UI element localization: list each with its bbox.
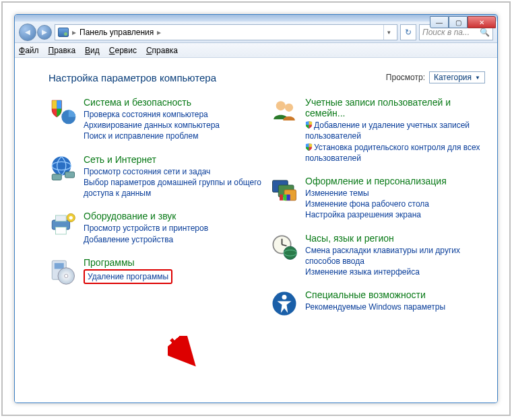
category-programs: Программы Удаление программы — [49, 257, 263, 285]
category-hardware-sound: Оборудование и звук Просмотр устройств и… — [49, 211, 263, 244]
category-user-accounts: Учетные записи пользователей и семейн...… — [270, 97, 485, 164]
category-link[interactable]: Просмотр устройств и принтеров — [84, 223, 208, 234]
svg-rect-19 — [280, 195, 283, 201]
uac-shield-icon — [305, 143, 313, 151]
category-title[interactable]: Часы, язык и регион — [305, 233, 485, 244]
category-link[interactable]: Рекомендуемые Windows параметры — [305, 302, 445, 312]
nav-back-button[interactable]: ◄ — [19, 24, 36, 41]
address-bar[interactable]: ▸ Панель управления ▸ ▾ — [55, 24, 397, 40]
svg-rect-4 — [52, 174, 61, 180]
category-link[interactable]: Настройка разрешения экрана — [305, 209, 447, 220]
refresh-button[interactable]: ↻ — [400, 24, 416, 40]
minimize-button[interactable]: — — [430, 16, 449, 28]
category-link[interactable]: Добавление и удаление учетных записей по… — [305, 120, 485, 141]
svg-rect-11 — [55, 263, 64, 269]
view-by-dropdown[interactable]: Категория ▼ — [429, 71, 485, 83]
right-column: Учетные записи пользователей и семейн...… — [270, 97, 485, 318]
view-by-value: Категория — [434, 73, 472, 82]
titlebar — [15, 15, 497, 22]
category-title[interactable]: Программы — [84, 257, 172, 268]
globe-network-icon — [49, 154, 77, 182]
chevron-down-icon: ▼ — [475, 75, 480, 81]
category-title[interactable]: Сеть и Интернет — [84, 154, 263, 165]
category-link[interactable]: Изменение языка интерфейса — [305, 267, 485, 277]
category-link[interactable]: Установка родительского контроля для все… — [305, 142, 485, 164]
category-title[interactable]: Оборудование и звук — [84, 211, 208, 221]
shield-pie-icon — [49, 97, 77, 125]
category-link[interactable]: Поиск и исправление проблем — [84, 131, 220, 141]
annotation-arrow — [168, 336, 201, 370]
users-icon — [270, 97, 298, 125]
address-bar-row: ◄ ► ▸ Панель управления ▸ ▾ ↻ Поиск в па… — [15, 22, 497, 43]
view-by-label: Просмотр: — [386, 73, 425, 82]
menu-edit[interactable]: Правка — [49, 46, 76, 55]
category-system-security: Система и безопасность Проверка состояни… — [49, 97, 263, 142]
annotation-highlight: Удаление программы — [84, 269, 172, 284]
control-panel-window: — ▢ ✕ ◄ ► ▸ Панель управления ▸ ▾ ↻ Поис… — [14, 14, 498, 403]
clock-globe-icon — [270, 233, 298, 261]
left-column: Система и безопасность Проверка состояни… — [49, 97, 263, 318]
category-title[interactable]: Учетные записи пользователей и семейн... — [305, 97, 485, 118]
category-title[interactable]: Специальные возможности — [305, 289, 445, 300]
breadcrumb-separator-icon: ▸ — [72, 28, 76, 37]
menubar: Файл Правка Вид Сервис Справка — [15, 43, 497, 58]
uac-shield-icon — [305, 121, 313, 129]
svg-point-25 — [284, 246, 296, 259]
address-dropdown-icon[interactable]: ▾ — [383, 25, 394, 40]
category-link[interactable]: Архивирование данных компьютера — [84, 120, 220, 131]
appearance-icon — [270, 176, 298, 204]
breadcrumb-root[interactable]: Панель управления — [79, 28, 154, 37]
search-icon: 🔍 — [480, 28, 490, 37]
svg-rect-20 — [283, 195, 286, 201]
category-title[interactable]: Система и безопасность — [84, 97, 220, 108]
printer-icon — [49, 211, 77, 239]
breadcrumb-separator-icon: ▸ — [157, 28, 161, 37]
category-link[interactable]: Проверка состояния компьютера — [84, 109, 220, 120]
category-link[interactable]: Выбор параметров домашней группы и общег… — [84, 177, 263, 199]
window-caption-buttons: — ▢ ✕ — [430, 16, 496, 28]
control-panel-icon — [58, 28, 69, 37]
svg-rect-7 — [56, 228, 67, 235]
svg-point-15 — [285, 104, 293, 112]
uninstall-program-link[interactable]: Удаление программы — [88, 272, 168, 281]
category-ease-of-access: Специальные возможности Рекомендуемые Wi… — [270, 289, 485, 318]
menu-view[interactable]: Вид — [85, 46, 100, 55]
menu-help[interactable]: Справка — [146, 46, 178, 55]
category-link[interactable]: Изменение фона рабочего стола — [305, 199, 447, 209]
content-area: Настройка параметров компьютера Просмотр… — [15, 58, 497, 403]
search-placeholder: Поиск в па... — [422, 28, 470, 37]
ease-of-access-icon — [270, 289, 298, 318]
svg-rect-6 — [56, 215, 67, 221]
category-clock-language-region: Часы, язык и регион Смена раскладки клав… — [270, 233, 485, 278]
category-link[interactable]: Изменение темы — [305, 188, 447, 199]
svg-point-28 — [282, 295, 287, 300]
svg-point-14 — [276, 101, 286, 110]
category-link[interactable]: Просмотр состояния сети и задач — [84, 166, 263, 177]
category-appearance: Оформление и персонализация Изменение те… — [270, 176, 485, 221]
maximize-button[interactable]: ▢ — [449, 16, 468, 28]
page-title: Настройка параметров компьютера — [49, 72, 216, 83]
category-link[interactable]: Смена раскладки клавиатуры или других сп… — [305, 245, 485, 267]
svg-rect-21 — [287, 195, 290, 201]
category-title[interactable]: Оформление и персонализация — [305, 176, 447, 186]
menu-file[interactable]: Файл — [19, 46, 39, 55]
nav-forward-button[interactable]: ► — [37, 25, 52, 40]
svg-point-13 — [65, 274, 68, 277]
close-button[interactable]: ✕ — [468, 16, 496, 28]
svg-rect-3 — [65, 172, 75, 178]
programs-disc-icon — [49, 257, 77, 285]
category-link[interactable]: Добавление устройства — [84, 234, 208, 245]
menu-tools[interactable]: Сервис — [109, 46, 137, 55]
category-network-internet: Сеть и Интернет Просмотр состояния сети … — [49, 154, 263, 199]
svg-point-9 — [69, 216, 73, 219]
